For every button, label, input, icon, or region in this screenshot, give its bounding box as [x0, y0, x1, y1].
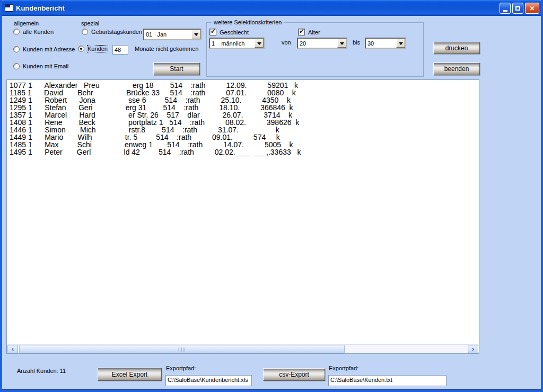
customer-list[interactable]: 1077 1 Alexander Preu erg 18 514 :rath 1… [6, 79, 479, 354]
von-label: von [282, 39, 291, 46]
scrollbar-thumb[interactable] [19, 345, 345, 353]
gender-select[interactable]: 1 männlich [209, 38, 265, 49]
radio-kunden-label: Kunden [87, 46, 108, 52]
chevron-down-icon[interactable] [255, 39, 264, 48]
radio-alle-kunden[interactable]: alle Kunden [13, 29, 54, 35]
gender-value: 1 männlich [210, 40, 255, 47]
scroll-left-button[interactable]: ‹ [7, 345, 18, 353]
maximize-icon [515, 6, 520, 11]
age-to-value: 30 [366, 40, 396, 47]
table-row[interactable]: 1077 1 Alexander Preu erg 18 514 :rath 1… [10, 82, 478, 89]
age-to-select[interactable]: 30 [365, 38, 406, 49]
radio-kunden[interactable]: Kunden [78, 46, 108, 52]
radio-icon[interactable] [13, 63, 20, 69]
gender-checkbox[interactable] [209, 29, 216, 35]
radio-icon[interactable] [13, 46, 20, 52]
csv-path-input[interactable]: C:\SaloBase\Kunden.txt [328, 375, 446, 386]
title-bar[interactable]: Kundenbericht ✕ [0, 0, 543, 16]
radio-icon[interactable] [82, 29, 88, 35]
maximize-button[interactable] [512, 3, 523, 14]
gender-checkbox-row[interactable]: Geschlecht [209, 29, 249, 35]
radio-icon[interactable] [13, 29, 20, 35]
radio-geburtstagskunden-label: Geburtstagskunden [91, 29, 142, 35]
customer-rows: 1077 1 Alexander Preu erg 18 514 :rath 1… [10, 82, 478, 156]
close-button[interactable]: ✕ [525, 3, 539, 14]
spezial-label: spezial [81, 20, 99, 26]
birthday-month-select[interactable]: 01 Jan [143, 29, 202, 40]
selection-criteria-title: weitere Selektionskriterien [212, 19, 284, 25]
age-label: Alter [308, 29, 320, 35]
chevron-down-icon[interactable] [337, 39, 346, 48]
radio-kunden-mit-email-label: Kunden mit Email [23, 63, 68, 69]
radio-icon[interactable] [78, 46, 84, 52]
table-row[interactable]: 1408 1 Rene Beck portplatz 1 514 :rath 0… [10, 119, 478, 126]
allgemein-label: allgemein [14, 20, 39, 26]
table-row[interactable]: 1485 1 Max Schi enweg 1 514 :rath 14.07.… [10, 141, 478, 148]
radio-kunden-mit-adresse[interactable]: Kunden mit Adresse [13, 46, 75, 52]
window-title: Kundenbericht [16, 4, 65, 12]
minimize-button[interactable] [500, 3, 511, 14]
scrollbar-grip-icon [179, 348, 186, 352]
excel-export-button[interactable]: Excel Export [98, 368, 162, 381]
table-row[interactable]: 1185 1 David Behr Brücke 33 514 :rath 07… [10, 89, 478, 96]
customer-count-label: Anzahl Kunden: 11 [17, 368, 66, 374]
radio-kunden-mit-email[interactable]: Kunden mit Email [13, 63, 68, 69]
table-row[interactable]: 1449 1 Mario Wilh tr. 5 514 :rath 09.01.… [10, 133, 478, 141]
print-button[interactable]: drucken [433, 42, 480, 54]
table-row[interactable]: 1446 1 Simon Mich rstr.8 514 :rath 31.07… [10, 126, 478, 133]
csv-exportpfad-label: Exportpfad: [329, 365, 358, 371]
birthday-month-value: 01 Jan [144, 31, 191, 38]
chevron-left-icon: ‹ [12, 346, 14, 352]
chevron-down-icon[interactable] [191, 30, 200, 39]
minimize-icon [503, 10, 507, 12]
table-row[interactable]: 1495 1 Peter Gerl ld 42 514 :rath 02.02.… [10, 148, 478, 156]
radio-kunden-mit-adresse-label: Kunden mit Adresse [23, 46, 75, 52]
radio-alle-kunden-label: alle Kunden [23, 29, 54, 35]
quit-button[interactable]: beenden [433, 63, 480, 75]
app-window: Kundenbericht ✕ allgemein alle Kunden Ku… [0, 0, 543, 392]
form-icon [5, 4, 13, 12]
chevron-down-icon[interactable] [396, 39, 405, 48]
bis-label: bis [353, 39, 360, 46]
table-row[interactable]: 1357 1 Marcel Hard er Str. 26 517 dlar 2… [10, 111, 478, 119]
close-icon: ✕ [529, 5, 535, 12]
scroll-right-button[interactable]: › [468, 345, 478, 353]
radio-geburtstagskunden[interactable]: Geburtstagskunden [82, 29, 142, 35]
age-from-select[interactable]: 20 [297, 38, 347, 49]
age-from-value: 20 [298, 40, 337, 47]
months-suffix-label: Monate nicht gekommen [135, 46, 198, 52]
csv-export-button[interactable]: csv-Export [263, 368, 325, 381]
horizontal-scrollbar[interactable]: ‹ › [7, 344, 478, 353]
gender-label: Geschlecht [220, 29, 249, 35]
table-row[interactable]: 1295 1 Stefan Geri erg 31 514 :rath 18.1… [10, 104, 478, 111]
age-checkbox-row[interactable]: Alter [298, 29, 320, 35]
start-button[interactable]: Start [153, 63, 200, 75]
table-row[interactable]: 1249 1 Robert Jona sse 6 514 :rath 25.10… [10, 96, 478, 104]
age-checkbox[interactable] [298, 29, 305, 35]
excel-exportpfad-label: Exportpfad: [166, 365, 196, 371]
months-input[interactable]: 48 [112, 45, 128, 55]
chevron-right-icon: › [472, 346, 474, 352]
excel-path-input[interactable]: C:\SaloBase\Kundenbericht.xls [165, 375, 252, 386]
